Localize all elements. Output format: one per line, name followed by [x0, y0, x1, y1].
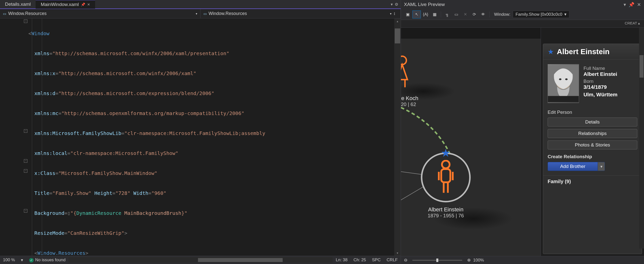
scrollbar-thumb[interactable] — [395, 29, 400, 43]
preview-zoom-value[interactable]: 100% — [473, 258, 484, 263]
show-bindings-icon[interactable]: {A} — [421, 11, 430, 19]
chevron-down-icon: ▾ — [196, 12, 197, 16]
document-tabs: Details.xaml MainWindow.xaml 📌 ✕ ▾ ⚙ — [0, 0, 401, 9]
fullname-label: Full Name — [584, 66, 637, 71]
pin-icon[interactable]: 📌 — [81, 3, 85, 7]
add-brother-split-button[interactable]: Add Brother ▾ — [548, 162, 605, 171]
nav-scope-label: Window.Resources — [8, 11, 46, 16]
code-content[interactable]: <Window xmlns="http://schemas.microsoft.… — [28, 19, 401, 256]
check-icon: ✓ — [29, 258, 34, 262]
close-icon[interactable]: ✕ — [637, 2, 641, 8]
details-button[interactable]: Details — [548, 117, 637, 126]
svg-point-0 — [401, 56, 406, 65]
rulers-icon[interactable]: ╗ — [443, 11, 452, 19]
indent-guide — [32, 19, 32, 256]
male-person-icon — [433, 160, 458, 195]
edit-person-title: Edit Person — [548, 109, 637, 115]
chevron-up-icon: ▴ — [638, 21, 640, 25]
device-preview-icon[interactable]: ▣ — [404, 11, 412, 19]
no-issues-indicator[interactable]: ✓No issues found — [29, 257, 66, 262]
slider-knob[interactable] — [436, 258, 438, 262]
navigation-bar: ▭ Window.Resources ▾ ▭ Window.Resources … — [0, 9, 401, 19]
zoom-out-icon[interactable]: ⊖ — [404, 257, 408, 263]
person-node-pauline[interactable]: Pauline Koch 8 - 1920 | 62 — [401, 55, 418, 107]
svg-point-3 — [442, 161, 450, 168]
scrollbar-thumb[interactable] — [640, 55, 644, 78]
preview-status-bar: ⊖ ⊕ 100% — [401, 256, 644, 264]
editor-scrollbar-vertical[interactable]: ▴ ▾ — [394, 19, 401, 256]
show-layout-icon[interactable]: ▦ — [430, 11, 439, 19]
disabled-tool-icon: ✕ — [461, 11, 470, 19]
toolbar-separator — [441, 12, 441, 18]
scrollbar-thumb[interactable] — [198, 258, 283, 262]
detail-header: ★ Albert Einstein — [543, 44, 642, 60]
scroll-down-arrow-icon[interactable]: ▾ — [394, 250, 401, 256]
chevron-down-icon[interactable]: ▾ — [598, 162, 605, 171]
preview-canvas[interactable]: Pauline Koch 8 - 1920 | 62 tein | 70 ★ — [401, 28, 541, 256]
window-selector-label: Window: — [494, 12, 510, 17]
detail-info: Full Name Albert Einstei Born 3/14/1879 … — [543, 60, 642, 107]
fold-toggle[interactable]: − — [24, 129, 28, 133]
chevron-down-icon[interactable]: ▾ — [624, 2, 626, 8]
tab-mainwindow-xaml[interactable]: MainWindow.xaml 📌 ✕ — [36, 0, 95, 9]
toolbar-separator — [489, 12, 490, 18]
preview-scrollbar-vertical[interactable] — [639, 28, 644, 248]
preview-body: Pauline Koch 8 - 1920 | 62 tein | 70 ★ — [401, 28, 644, 256]
person-name: Pauline Koch — [401, 95, 418, 101]
svg-rect-4 — [441, 169, 450, 182]
person-dates: 8 - 1920 | 62 — [401, 101, 418, 107]
editor-pane: Details.xaml MainWindow.xaml 📌 ✕ ▾ ⚙ ▭ W… — [0, 0, 401, 264]
person-portrait[interactable] — [548, 64, 579, 103]
female-person-icon — [401, 55, 415, 90]
nav-scope-left[interactable]: ▭ Window.Resources ▾ — [0, 9, 200, 18]
line-indicator[interactable]: Ln: 38 — [336, 257, 348, 262]
app-header-region — [401, 28, 541, 39]
person-detail-panel: ★ Albert Einstein Full Name Albert Einst… — [543, 44, 642, 254]
zoom-in-icon[interactable]: ⊕ — [467, 257, 471, 263]
tab-details-xaml[interactable]: Details.xaml — [0, 0, 36, 9]
tab-label: Details.xaml — [5, 2, 31, 7]
svg-rect-13 — [548, 96, 579, 102]
editor-scrollbar-horizontal[interactable] — [68, 257, 333, 263]
scroll-up-arrow-icon[interactable]: ▴ — [394, 19, 401, 24]
zoom-slider[interactable] — [412, 260, 462, 261]
visibility-icon[interactable]: 👁 — [479, 11, 487, 19]
born-date: 3/14/1879 — [584, 84, 637, 90]
fold-toggle[interactable]: − — [24, 209, 28, 213]
person-node-albert[interactable]: ★ Albert Einstein 1879 - 1955 | 76 — [421, 153, 471, 219]
relationships-button[interactable]: Relationships — [548, 129, 637, 138]
nav-scope-right[interactable]: ▭ Window.Resources ▾ ↕ — [200, 9, 401, 18]
split-icon[interactable]: ↕ — [392, 11, 398, 16]
nav-scope-label: Window.Resources — [209, 11, 247, 16]
family-section-header[interactable]: Family (9) — [543, 175, 642, 187]
preview-title-bar: XAML Live Preview ▾ 📌 ✕ — [401, 0, 644, 9]
person-dates: 1879 - 1955 | 76 — [421, 213, 471, 219]
select-element-icon[interactable]: ↖ — [412, 11, 421, 19]
scope-icon: ▭ — [3, 12, 6, 16]
pin-icon[interactable]: 📌 — [628, 2, 634, 8]
fold-toggle[interactable]: − — [24, 169, 28, 173]
window-selector-dropdown[interactable]: Family.Show [0x003c0c0 ▾ — [513, 11, 569, 18]
person-name: Albert Einstein — [421, 206, 471, 213]
fold-toggle[interactable]: − — [24, 159, 28, 163]
star-icon: ★ — [441, 147, 450, 159]
code-editor[interactable]: − − − − − <Window xmlns="http://schemas.… — [0, 19, 401, 256]
grid-icon[interactable]: ▭ — [452, 11, 460, 19]
indent-guide — [42, 19, 42, 256]
window-selector-value: Family.Show [0x003c0c0 — [516, 12, 562, 17]
line-ending-indicator[interactable]: CRLF — [387, 257, 398, 262]
preview-breadcrumb[interactable]: CREAT ▴ — [401, 20, 644, 28]
chevron-down-icon[interactable]: ▾ — [21, 257, 23, 263]
indent-indicator[interactable]: SPC — [372, 257, 381, 262]
xaml-live-preview-pane: XAML Live Preview ▾ 📌 ✕ ▣ ↖ {A} ▦ ╗ ▭ ✕ … — [401, 0, 644, 264]
gear-icon[interactable]: ⚙ — [395, 2, 398, 7]
fold-toggle[interactable]: − — [24, 20, 28, 23]
editor-zoom[interactable]: 100 % — [3, 257, 15, 262]
close-icon[interactable]: ✕ — [87, 3, 90, 7]
refresh-icon[interactable]: ⟳ — [470, 11, 478, 19]
chevron-down-icon[interactable]: ▾ — [391, 2, 393, 7]
column-indicator[interactable]: Ch: 25 — [354, 257, 366, 262]
selected-person-ring — [421, 153, 471, 202]
photos-stories-button[interactable]: Photos & Stories — [548, 141, 637, 150]
add-brother-label[interactable]: Add Brother — [548, 162, 598, 171]
